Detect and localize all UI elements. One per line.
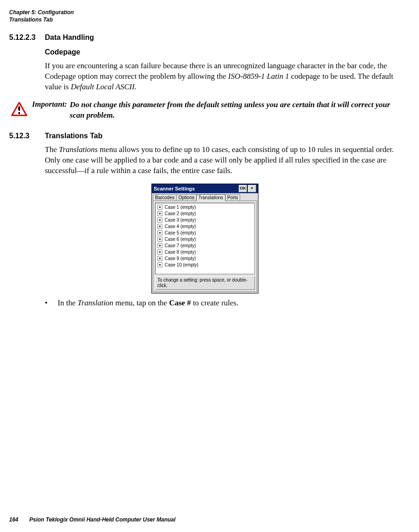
codepage-paragraph: If you are encountering a scan failure b… [45,61,401,92]
ok-button[interactable]: OK [239,185,247,192]
warning-icon [11,102,27,118]
tree-item[interactable]: Case 6 (empty) [156,236,253,243]
tree-label: Case 3 (empty) [165,217,196,223]
hint-text: To change a setting: press space, or dou… [155,276,255,290]
bullet-mark: • [45,298,58,309]
bullet-text: In the Translation menu, tap on the Case… [58,298,238,309]
important-note: Important: Do not change this parameter … [9,100,401,121]
close-button[interactable]: × [248,185,256,192]
expand-icon[interactable] [157,211,162,216]
text-italic: Translations [59,145,98,154]
scanner-settings-window: Scanner Settings OK × Barcodes Options T… [151,184,258,293]
tree-label: Case 2 (empty) [165,211,196,216]
screenshot-container: Scanner Settings OK × Barcodes Options T… [9,184,401,293]
tree-item[interactable]: Case 4 (empty) [156,223,253,230]
window-titlebar: Scanner Settings OK × [152,184,258,193]
expand-icon[interactable] [157,230,162,235]
tree-item[interactable]: Case 7 (empty) [156,243,253,249]
section-title: Translations Tab [45,132,102,140]
tab-body: Case 1 (empty) Case 2 (empty) Case 3 (em… [153,201,257,292]
tree-item[interactable]: Case 1 (empty) [156,204,253,211]
section-5-12-2-3: 5.12.2.3 Data Handling [9,33,401,42]
codepage-heading: Codepage [45,48,401,56]
tree-item[interactable]: Case 5 (empty) [156,230,253,236]
tree-label: Case 5 (empty) [165,230,196,235]
tree-item[interactable]: Case 10 (empty) [156,262,253,268]
text: In the [58,299,77,307]
translations-paragraph: The Translations menu allows you to defi… [45,145,401,176]
section-title: Data Handling [45,33,94,42]
tree-label: Case 1 (empty) [165,205,196,210]
expand-icon[interactable] [157,243,162,248]
expand-icon[interactable] [157,262,162,267]
tree-label: Case 4 (empty) [165,224,196,229]
tree-label: Case 9 (empty) [165,256,196,261]
tab-translations[interactable]: Translations [196,194,226,201]
page-footer: 164Psion Teklogix Omnii Hand-Held Comput… [9,516,176,523]
text: to create rules. [191,299,238,307]
tree-label: Case 8 (empty) [165,250,196,255]
tab-bar: Barcodes Options Translations Ports [152,193,258,201]
expand-icon[interactable] [157,237,162,242]
section-number: 5.12.3 [9,132,45,140]
text-italic: ISO-8859-1 Latin 1 [228,72,289,81]
page-number: 164 [9,516,18,523]
tree-item[interactable]: Case 8 (empty) [156,249,253,255]
important-text: Do not change this parameter from the de… [70,100,401,121]
text: . [134,82,136,91]
header-line1: Chapter 5: Configuration [9,9,401,16]
text-italic: Translation [77,299,113,307]
window-title: Scanner Settings [154,186,238,191]
bullet-item: • In the Translation menu, tap on the Ca… [45,298,401,309]
tree-label: Case 7 (empty) [165,243,196,248]
tab-barcodes[interactable]: Barcodes [153,194,177,201]
expand-icon[interactable] [157,217,162,223]
tree-item[interactable]: Case 3 (empty) [156,217,253,223]
section-5-12-3: 5.12.3 Translations Tab [9,132,401,140]
footer-text: Psion Teklogix Omnii Hand-Held Computer … [29,516,176,523]
expand-icon[interactable] [157,224,162,229]
expand-icon[interactable] [157,205,162,210]
text-bold: Case # [169,299,191,307]
section-number: 5.12.2.3 [9,33,45,42]
important-label: Important: [32,100,67,109]
svg-rect-1 [18,106,20,111]
expand-icon[interactable] [157,256,162,261]
tree-label: Case 10 (empty) [165,262,199,267]
text-italic: Default Local ASCII [71,82,134,91]
tab-options[interactable]: Options [176,194,196,201]
expand-icon[interactable] [157,250,162,255]
tree-item[interactable]: Case 2 (empty) [156,211,253,217]
text: menu, tap on the [113,299,169,307]
header-line2: Translations Tab [9,16,401,24]
text: The [45,145,59,154]
page-header: Chapter 5: Configuration Translations Ta… [9,9,401,23]
tree-label: Case 6 (empty) [165,237,196,242]
case-tree[interactable]: Case 1 (empty) Case 2 (empty) Case 3 (em… [155,203,255,274]
tree-item[interactable]: Case 9 (empty) [156,255,253,262]
tab-ports[interactable]: Ports [225,194,240,201]
svg-point-2 [18,112,20,114]
